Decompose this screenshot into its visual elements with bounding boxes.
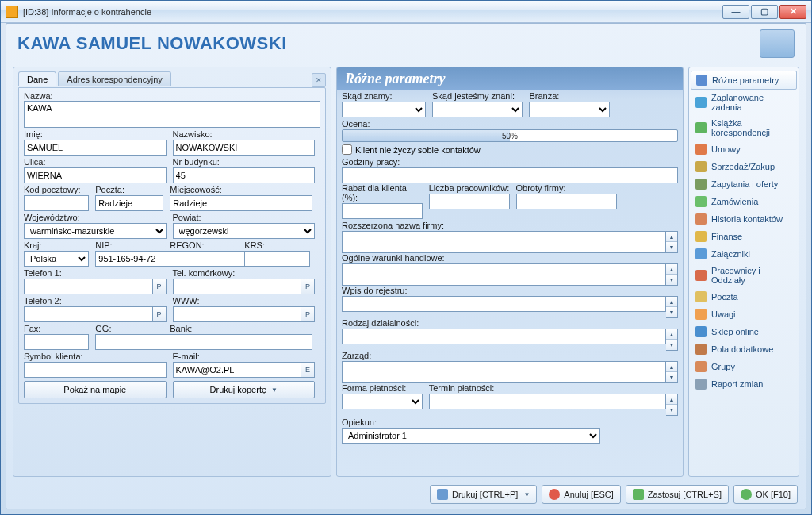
calendar-icon <box>695 97 707 108</box>
wpis-input[interactable] <box>342 296 666 312</box>
rodzaj-spin[interactable]: ▲▼ <box>666 329 678 351</box>
print-envelope-button[interactable]: Drukuj kopertę▼ <box>173 381 316 398</box>
woj-label: Województwo: <box>24 213 167 222</box>
telk-dial-button[interactable]: P <box>301 279 315 294</box>
termin-spin[interactable]: ▲▼ <box>666 394 678 416</box>
tel1-dial-button[interactable]: P <box>152 279 167 294</box>
print-button[interactable]: Drukuj [CTRL+P]▼ <box>430 485 537 504</box>
rozsz-spin[interactable]: ▲▼ <box>666 231 678 253</box>
shop-icon <box>695 326 707 337</box>
titlebar: [ID:38] Informacje o kontrahencie — ▢ ✕ <box>1 1 811 23</box>
ocena-label: Ocena: <box>342 119 678 129</box>
sidebar-item-zamowienia[interactable]: Zamówienia <box>691 193 797 210</box>
sidebar-item-raport[interactable]: Raport zmian <box>691 375 797 393</box>
sidebar-item-pola[interactable]: Pola dodatkowe <box>691 340 797 358</box>
email-button[interactable]: E <box>301 362 315 378</box>
skadj-select[interactable] <box>432 102 523 117</box>
sidebar-item-zapytania[interactable]: Zapytania i oferty <box>691 175 797 193</box>
sidebar-item-zaplanowane[interactable]: Zaplanowane zadania <box>691 90 797 115</box>
sidebar-item-sklep[interactable]: Sklep online <box>691 323 797 340</box>
nrbud-input[interactable] <box>173 167 316 183</box>
termin-input[interactable] <box>429 394 666 409</box>
ulica-input[interactable] <box>24 167 167 183</box>
sidebar-item-rozne[interactable]: Różne parametry <box>691 71 797 90</box>
mail-icon <box>695 291 707 302</box>
kod-input[interactable] <box>24 195 89 211</box>
sidebar-item-umowy[interactable]: Umowy <box>691 140 797 158</box>
show-on-map-button[interactable]: Pokaż na mapie <box>24 381 167 398</box>
tab-adres[interactable]: Adres korespondencyjny <box>58 71 170 86</box>
telk-input[interactable] <box>173 279 302 294</box>
zarzad-label: Zarząd: <box>342 351 678 360</box>
printer-icon <box>437 489 448 500</box>
tel1-label: Telefon 1: <box>24 268 167 278</box>
sidebar-item-grupy[interactable]: Grupy <box>691 358 797 375</box>
bottom-bar: Drukuj [CTRL+P]▼ Anuluj [ESC] Zastosuj [… <box>14 485 798 504</box>
tel2-label: Telefon 2: <box>24 296 167 306</box>
ocena-progress[interactable]: 50% <box>342 129 678 142</box>
www-input[interactable] <box>173 306 302 322</box>
sidebar-item-pracownicy[interactable]: Pracownicy i Oddziały <box>691 263 797 288</box>
zarzad-spin[interactable]: ▲▼ <box>666 361 678 383</box>
email-label: E-mail: <box>173 352 316 361</box>
zarzad-input[interactable] <box>342 361 666 383</box>
krs-label: KRS: <box>244 240 309 250</box>
branza-label: Branża: <box>529 91 610 101</box>
forma-select[interactable] <box>342 394 423 409</box>
email-input[interactable] <box>173 362 302 378</box>
nazwa-label: Nazwa: <box>24 91 53 101</box>
branza-select[interactable] <box>529 102 610 117</box>
kraj-select[interactable]: Polska <box>24 251 89 267</box>
attachment-icon <box>695 248 707 259</box>
nazwisko-input[interactable] <box>173 140 316 156</box>
imie-input[interactable] <box>24 140 167 156</box>
tel2-input[interactable] <box>24 306 153 322</box>
tab-dane[interactable]: Dane <box>18 71 56 86</box>
sidebar-item-sprzedaz[interactable]: Sprzedaż/Zakup <box>691 158 797 175</box>
fax-input[interactable] <box>24 334 89 350</box>
tel1-input[interactable] <box>24 279 153 294</box>
woj-select[interactable]: warmińsko-mazurskie <box>24 223 167 239</box>
pow-select[interactable]: węgorzewski <box>173 223 316 239</box>
godz-input[interactable] <box>342 167 678 183</box>
ok-button[interactable]: OK [F10] <box>733 485 798 504</box>
close-button[interactable]: ✕ <box>779 5 806 19</box>
obroty-input[interactable] <box>516 194 617 209</box>
rabat-input[interactable] <box>342 203 423 219</box>
tel2-dial-button[interactable]: P <box>152 306 167 322</box>
sidebar-item-finanse[interactable]: Finanse <box>691 228 797 245</box>
minimize-button[interactable]: — <box>722 5 749 19</box>
sidebar-item-historia[interactable]: Historia kontaktów <box>691 210 797 228</box>
liczba-input[interactable] <box>429 194 510 209</box>
nocontact-checkbox[interactable] <box>342 144 352 155</box>
telk-label: Tel. komórkowy: <box>173 268 316 278</box>
poczta-input[interactable] <box>95 195 163 211</box>
krs-input[interactable] <box>244 251 309 267</box>
skad-label: Skąd znamy: <box>342 91 426 101</box>
wpis-spin[interactable]: ▲▼ <box>666 296 678 318</box>
skad-select[interactable] <box>342 102 426 117</box>
ogolne-input[interactable] <box>342 263 666 286</box>
cancel-button[interactable]: Anuluj [ESC] <box>542 485 620 504</box>
rodzaj-input[interactable] <box>342 329 666 344</box>
miejsc-input[interactable] <box>170 195 312 211</box>
history-icon <box>695 213 707 225</box>
nazwa-input[interactable]: KAWA <box>24 101 320 128</box>
symbol-input[interactable] <box>24 362 167 378</box>
rozsz-input[interactable] <box>342 231 666 253</box>
www-open-button[interactable]: P <box>301 306 315 322</box>
sidebar-item-ksiazka[interactable]: Książka korespondencji <box>691 115 797 140</box>
sidebar-item-uwagi[interactable]: Uwagi <box>691 306 797 323</box>
tab-close-icon[interactable]: ✕ <box>312 73 326 87</box>
window-title: [ID:38] Informacje o kontrahencie <box>23 7 151 17</box>
apply-button[interactable]: Zastosuj [CTRL+S] <box>626 485 729 504</box>
ogolne-spin[interactable]: ▲▼ <box>666 263 678 286</box>
maximize-button[interactable]: ▢ <box>751 5 778 19</box>
window: [ID:38] Informacje o kontrahencie — ▢ ✕ … <box>0 0 812 515</box>
sidebar-item-zalaczniki[interactable]: Załączniki <box>691 245 797 263</box>
bank-input[interactable] <box>170 334 312 350</box>
order-icon <box>695 196 707 207</box>
sidebar-item-poczta[interactable]: Poczta <box>691 288 797 306</box>
opiekun-select[interactable]: Administrator 1 <box>342 428 600 444</box>
card-icon <box>696 75 707 86</box>
